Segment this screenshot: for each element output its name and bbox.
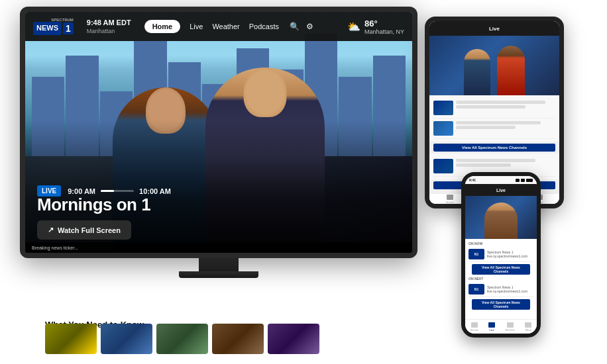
on-next-label: ON NEXT bbox=[469, 277, 533, 281]
tv-time: 9:48 AM EDT bbox=[87, 19, 131, 27]
text-line bbox=[456, 105, 525, 109]
text-line bbox=[456, 121, 541, 124]
tv-screen: SPECTRUM NEWS 1 9:48 AM EDT Manhattan bbox=[25, 12, 412, 253]
phone-weather-icon bbox=[507, 322, 514, 328]
phone-status-bar: 9:41 bbox=[465, 176, 537, 184]
channel-info-1: Spectrum News 1 live.ny.spectrumnews1.co… bbox=[487, 250, 533, 258]
phone-body: 9:41 Live ON NOW N1 bbox=[461, 172, 541, 338]
phone-device: 9:41 Live ON NOW N1 bbox=[461, 172, 547, 344]
text-line bbox=[456, 163, 511, 167]
scene: SPECTRUM NEWS 1 9:48 AM EDT Manhattan bbox=[0, 0, 607, 364]
nav-icons: 🔍 ⚙ bbox=[290, 22, 313, 31]
signal-icon bbox=[516, 179, 520, 182]
story-thumb-1[interactable] bbox=[45, 324, 97, 354]
phone-live-icon bbox=[488, 322, 495, 328]
phone-time: 9:41 bbox=[469, 178, 476, 182]
phone-view-all-btn-2[interactable]: View All Spectrum News Channels bbox=[472, 299, 530, 310]
story-thumb-5[interactable] bbox=[268, 324, 319, 354]
stories-strip bbox=[45, 324, 319, 354]
nav-weather[interactable]: Weather bbox=[212, 23, 239, 30]
phone-tab-more[interactable]: More bbox=[525, 322, 531, 332]
tablet-nav: Live bbox=[429, 21, 559, 36]
text-line bbox=[456, 101, 545, 104]
phone-bottom-tabs: Stories Live Weather More bbox=[465, 319, 537, 334]
channel-url-1: live.ny.spectrumnews1.com bbox=[487, 254, 533, 258]
tv-location: Manhattan bbox=[87, 28, 131, 34]
phone-view-all-btn[interactable]: View All Spectrum News Channels bbox=[472, 264, 530, 275]
phone-nav-label: Live bbox=[496, 188, 506, 193]
time-progress-bar bbox=[101, 190, 134, 192]
phone-anchor bbox=[484, 203, 518, 239]
settings-icon[interactable]: ⚙ bbox=[306, 22, 313, 31]
weather-icon: ⛅ bbox=[347, 21, 360, 33]
nav-podcasts[interactable]: Podcasts bbox=[249, 23, 279, 30]
channel-logo-2: N1 bbox=[469, 284, 484, 295]
search-icon[interactable]: 🔍 bbox=[290, 22, 300, 31]
tablet-tab-stories[interactable]: Stories bbox=[446, 195, 454, 204]
phone-stories-icon bbox=[471, 322, 478, 328]
phone-content: ON NOW N1 Spectrum News 1 live.ny.spectr… bbox=[465, 239, 537, 314]
phone-tab-weather[interactable]: Weather bbox=[505, 322, 515, 332]
tablet-list-item-2[interactable] bbox=[433, 118, 555, 139]
fullscreen-icon: ↗ bbox=[48, 226, 54, 234]
phone-tab-live[interactable]: Live bbox=[488, 322, 495, 332]
nav-live[interactable]: Live bbox=[190, 23, 203, 30]
story-thumb-4[interactable] bbox=[212, 324, 264, 354]
tablet-anchors bbox=[429, 42, 559, 95]
text-line bbox=[456, 159, 535, 162]
time-progress-fill bbox=[101, 190, 114, 192]
battery-icon bbox=[526, 179, 533, 182]
logo-news-text: NEWS bbox=[33, 22, 62, 34]
phone-status-icons bbox=[516, 179, 533, 182]
phone-more-icon bbox=[525, 322, 531, 328]
wifi-icon bbox=[521, 179, 525, 182]
weather-temp: 86° bbox=[364, 19, 404, 28]
logo-number: 1 bbox=[63, 23, 74, 34]
watch-fullscreen-button[interactable]: ↗ Watch Full Screen bbox=[37, 220, 131, 240]
tablet-item-text-2 bbox=[456, 121, 555, 130]
tablet-list-item-1[interactable] bbox=[433, 98, 555, 118]
story-thumb-2[interactable] bbox=[101, 324, 152, 354]
tablet-video-bg bbox=[429, 36, 559, 95]
phone-weather-label: Weather bbox=[505, 328, 515, 332]
phone-live-label: Live bbox=[489, 328, 494, 332]
weather-location: Manhattan, NY bbox=[364, 28, 404, 35]
channel-logo-1: N1 bbox=[469, 249, 484, 259]
tv-stand-base bbox=[179, 271, 258, 278]
tv-body: SPECTRUM NEWS 1 9:48 AM EDT Manhattan bbox=[20, 7, 417, 258]
tablet-nav-label: Live bbox=[489, 26, 500, 32]
phone-more-label: More bbox=[525, 328, 531, 332]
tablet-thumb-2 bbox=[433, 121, 453, 136]
nav-items: Home Live Weather Podcasts bbox=[144, 20, 279, 33]
tablet-view-all-btn[interactable]: View All Spectrum News Channels bbox=[433, 144, 555, 152]
tv-ticker-bar: Breaking news ticker... bbox=[25, 242, 412, 253]
phone-channel-item-2[interactable]: N1 Spectrum News 1 live.ny.spectrumnews1… bbox=[469, 282, 533, 297]
tablet-thumb-1 bbox=[433, 101, 453, 115]
tablet-video bbox=[429, 36, 559, 95]
ticker-text: Breaking news ticker... bbox=[32, 246, 78, 250]
on-now-label: ON NOW bbox=[469, 242, 533, 246]
tablet-thumb-3 bbox=[433, 159, 453, 173]
phone-screen: 9:41 Live ON NOW N1 bbox=[465, 176, 537, 334]
phone-nav: Live bbox=[465, 184, 537, 196]
time-start: 9:00 AM bbox=[68, 187, 95, 195]
tv-stand-neck bbox=[199, 258, 239, 271]
tablet-channel-list bbox=[429, 95, 559, 142]
tablet-anchor-1 bbox=[464, 49, 490, 95]
time-range: 9:00 AM 10:00 AM bbox=[68, 187, 171, 195]
nav-home[interactable]: Home bbox=[144, 20, 181, 33]
tv-device: SPECTRUM NEWS 1 9:48 AM EDT Manhattan bbox=[20, 7, 431, 311]
time-location: 9:48 AM EDT Manhattan bbox=[87, 19, 131, 34]
logo: SPECTRUM NEWS 1 bbox=[33, 18, 74, 34]
phone-channel-item-1[interactable]: N1 Spectrum News 1 live.ny.spectrumnews1… bbox=[469, 247, 533, 262]
tv-navbar: SPECTRUM NEWS 1 9:48 AM EDT Manhattan bbox=[25, 12, 412, 41]
text-line bbox=[456, 126, 516, 129]
stories-tab-icon bbox=[447, 195, 453, 200]
story-thumb-3[interactable] bbox=[156, 324, 208, 354]
tablet-item-text-1 bbox=[456, 101, 555, 110]
phone-tab-stories[interactable]: Stories bbox=[470, 322, 478, 332]
channel-info-2: Spectrum News 1 live.ny.spectrumnews1.co… bbox=[487, 285, 533, 293]
weather-info: ⛅ 86° Manhattan, NY bbox=[347, 19, 404, 35]
watch-fullscreen-label: Watch Full Screen bbox=[58, 226, 121, 234]
tv-stand: SPECTRUM NEWS 1 9:48 AM EDT Manhattan bbox=[20, 7, 417, 278]
